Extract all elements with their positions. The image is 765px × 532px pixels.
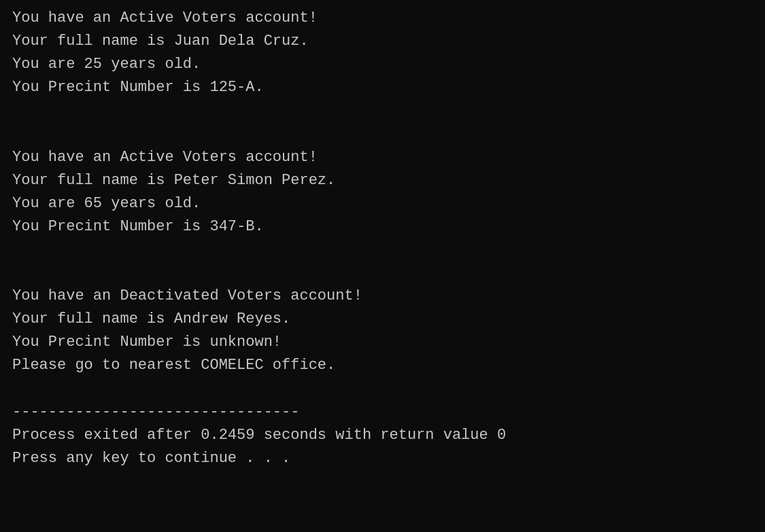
terminal-window: You have an Active Voters account! Your … — [0, 0, 765, 532]
output-line: You have an Active Voters account! — [12, 7, 753, 30]
blank-line — [12, 122, 753, 145]
blank-line — [12, 378, 753, 401]
output-line: Your full name is Juan Dela Cruz. — [12, 30, 753, 53]
output-line: You Precint Number is 347-B. — [12, 215, 753, 238]
output-line: You Precint Number is unknown! — [12, 331, 753, 354]
output-line: You Precint Number is 125-A. — [12, 76, 753, 99]
output-line: You have an Active Voters account! — [12, 146, 753, 169]
press-any-key-line: Press any key to continue . . . — [12, 447, 753, 470]
blank-line — [12, 99, 753, 122]
output-line: You are 65 years old. — [12, 192, 753, 215]
blank-line — [12, 262, 753, 285]
output-line: You are 25 years old. — [12, 53, 753, 76]
blank-line — [12, 238, 753, 262]
output-line: Please go to nearest COMELEC office. — [12, 354, 753, 377]
output-line: Your full name is Peter Simon Perez. — [12, 169, 753, 192]
divider-line: -------------------------------- — [12, 401, 753, 424]
output-line: You have an Deactivated Voters account! — [12, 285, 753, 308]
process-exit-line: Process exited after 0.2459 seconds with… — [12, 424, 753, 447]
output-line: Your full name is Andrew Reyes. — [12, 308, 753, 331]
